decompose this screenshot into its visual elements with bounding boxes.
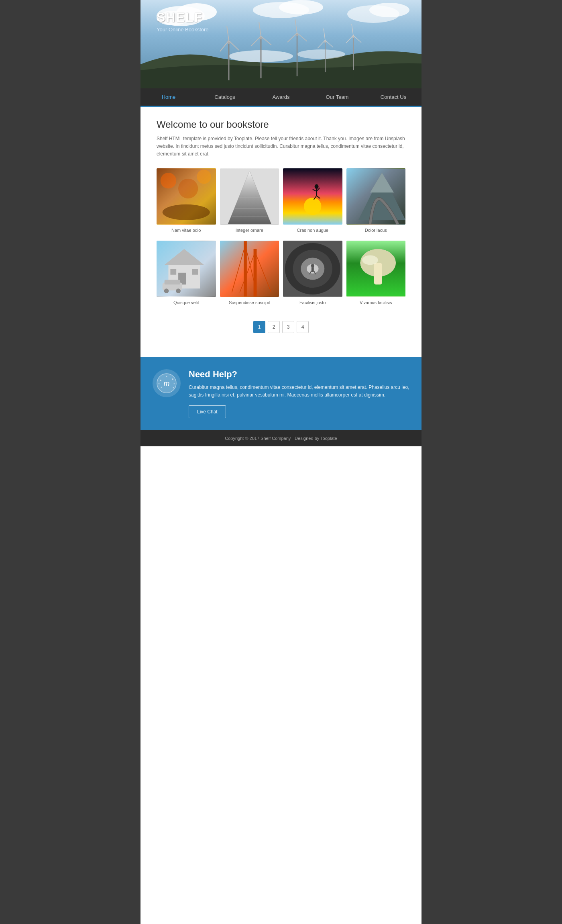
grid-item-3[interactable]: Cras non augue: [283, 168, 342, 233]
footer: Copyright © 2017 Shelf Company - Designe…: [140, 430, 422, 446]
svg-point-91: [161, 386, 162, 388]
nav-catalogs[interactable]: Catalogs: [197, 89, 253, 105]
site-title: SHELF: [157, 10, 209, 25]
svg-point-86: [362, 255, 378, 265]
footer-text: Copyright © 2017 Shelf Company - Designe…: [225, 436, 337, 441]
svg-point-39: [163, 204, 210, 220]
grid-image-2: [220, 168, 279, 225]
caption-6: Suspendisse suscipit: [229, 300, 270, 305]
caption-5: Quisque velit: [173, 300, 199, 305]
pagination: 1 2 3 4: [157, 313, 405, 345]
svg-rect-61: [192, 269, 198, 275]
caption-8: Vivamus facilisis: [360, 300, 392, 305]
svg-point-94: [159, 383, 160, 384]
site-subtitle: Your Online Bookstore: [157, 27, 209, 33]
svg-text:m: m: [163, 378, 170, 388]
welcome-text: Shelf HTML template is provided by Toopl…: [157, 135, 405, 158]
svg-point-36: [161, 173, 176, 188]
grid-item-5[interactable]: Quisque velit: [157, 241, 216, 305]
svg-rect-60: [170, 269, 176, 275]
help-text: Curabitur magna tellus, condimentum vita…: [189, 384, 409, 399]
svg-rect-79: [312, 267, 314, 272]
caption-2: Integer ornare: [236, 228, 263, 233]
grid-image-3: [283, 168, 342, 225]
welcome-title: Welcome to our bookstore: [157, 119, 405, 130]
help-icon: m: [153, 369, 181, 397]
help-title: Need Help?: [189, 369, 409, 380]
page-btn-2[interactable]: 2: [268, 321, 280, 333]
svg-point-95: [174, 383, 175, 384]
svg-rect-47: [283, 169, 342, 224]
page-wrapper: SHELF Your Online Bookstore Home Catalog…: [140, 0, 422, 924]
svg-point-89: [160, 380, 161, 381]
grid-image-7: [283, 241, 342, 297]
live-chat-button[interactable]: Live Chat: [189, 405, 226, 418]
svg-rect-66: [220, 241, 279, 296]
grid-item-8[interactable]: Vivamus facilisis: [346, 241, 406, 305]
nav-awards[interactable]: Awards: [253, 89, 309, 105]
grid-item-6[interactable]: Suspendisse suscipit: [220, 241, 279, 305]
svg-point-92: [173, 387, 174, 388]
grid-image-6: [220, 241, 279, 297]
main-content: Welcome to our bookstore Shelf HTML temp…: [140, 107, 422, 357]
grid-image-1: [157, 168, 216, 225]
caption-3: Cras non augue: [297, 228, 328, 233]
page-btn-4[interactable]: 4: [297, 321, 309, 333]
grid-item-7[interactable]: Facilisis justo: [283, 241, 342, 305]
grid-image-4: [346, 168, 406, 225]
svg-point-64: [164, 288, 169, 293]
svg-point-90: [172, 378, 173, 380]
grid-item-2[interactable]: Integer ornare: [220, 168, 279, 233]
header-title-area: SHELF Your Online Bookstore: [157, 10, 209, 33]
nav-our-team[interactable]: Our Team: [309, 89, 365, 105]
svg-point-48: [304, 198, 321, 215]
header: SHELF Your Online Bookstore: [140, 0, 422, 88]
image-grid-row-2: Quisque velit: [157, 241, 405, 305]
main-nav: Home Catalogs Awards Our Team Contact Us: [140, 88, 422, 107]
grid-image-5: [157, 241, 216, 297]
page-btn-1[interactable]: 1: [253, 321, 265, 333]
page-btn-3[interactable]: 3: [282, 321, 294, 333]
svg-point-93: [166, 376, 167, 377]
svg-point-38: [197, 170, 211, 184]
grid-item-4[interactable]: Dolor lacus: [346, 168, 406, 233]
nav-contact-us[interactable]: Contact Us: [365, 89, 422, 105]
caption-4: Dolor lacus: [365, 228, 387, 233]
help-content: Need Help? Curabitur magna tellus, condi…: [189, 369, 409, 418]
svg-point-9: [297, 49, 345, 59]
svg-rect-63: [165, 280, 180, 284]
svg-rect-85: [374, 263, 382, 284]
svg-point-37: [178, 178, 198, 198]
caption-7: Facilisis justo: [299, 300, 326, 305]
svg-point-49: [315, 184, 319, 189]
grid-image-8: [346, 241, 406, 297]
image-grid-2: Quisque velit: [157, 241, 405, 305]
caption-1: Nam vitae odio: [171, 228, 201, 233]
nav-home[interactable]: Home: [140, 89, 197, 105]
image-grid-1: Nam vitae odio: [157, 168, 405, 233]
svg-point-7: [369, 3, 409, 17]
grid-item-1[interactable]: Nam vitae odio: [157, 168, 216, 233]
help-section: m Need Help? Curabitur magna tellus, con…: [140, 357, 422, 430]
image-grid-row-1: Nam vitae odio: [157, 168, 405, 233]
svg-point-78: [311, 264, 314, 267]
svg-point-5: [279, 0, 323, 14]
svg-point-65: [176, 288, 181, 293]
